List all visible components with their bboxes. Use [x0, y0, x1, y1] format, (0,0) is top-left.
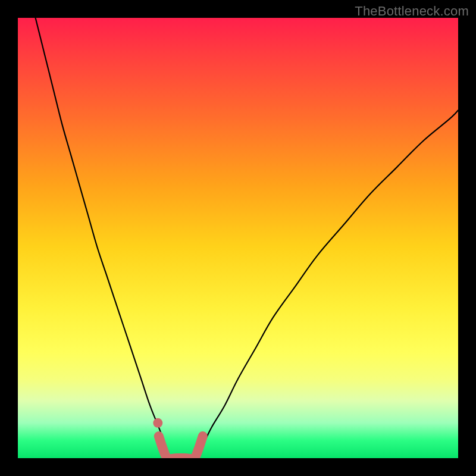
watermark-text: TheBottleneck.com: [355, 4, 469, 19]
plot-area: [18, 18, 458, 458]
left-curve: [36, 18, 170, 458]
marker-dot: [153, 418, 162, 428]
curves-svg: [18, 18, 458, 458]
valley-segment: [159, 436, 203, 458]
chart-frame: TheBottleneck.com: [0, 0, 476, 476]
right-curve: [194, 110, 458, 458]
